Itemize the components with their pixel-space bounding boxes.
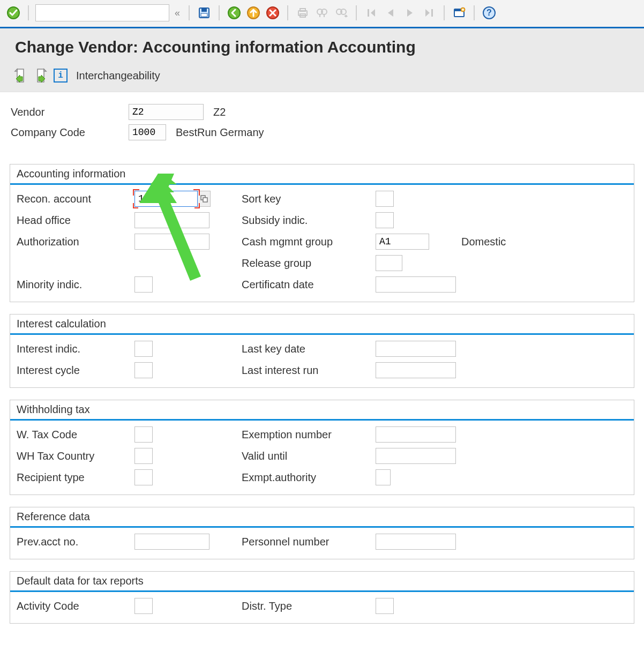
interest-indic-field[interactable] — [134, 341, 153, 357]
interest-indic-label: Interest indic. — [17, 343, 134, 355]
release-group-label: Release group — [242, 257, 376, 269]
interest-cycle-field[interactable] — [134, 362, 153, 378]
interchangeability-button[interactable]: Interchangeability — [76, 70, 160, 82]
enter-icon[interactable] — [5, 5, 21, 21]
certificatn-date-label: Certificatn date — [242, 279, 376, 291]
vendor-label: Vendor — [11, 106, 129, 118]
prev-acct-no-field[interactable] — [134, 534, 209, 550]
command-input[interactable] — [35, 4, 169, 21]
last-interest-run-label: Last interest run — [242, 364, 376, 377]
svg-rect-8 — [300, 9, 305, 11]
cash-mgmnt-group-field[interactable] — [376, 234, 429, 250]
save-icon[interactable] — [196, 5, 212, 21]
last-interest-run-field[interactable] — [376, 362, 456, 378]
application-toolbar: i Interchangeability — [0, 64, 644, 92]
minority-indic-field[interactable] — [134, 276, 153, 293]
sort-key-field[interactable] — [376, 191, 394, 207]
personnel-number-label: Personnel number — [242, 536, 376, 548]
authorization-label: Authorization — [17, 236, 134, 248]
w-tax-code-label: W. Tax Code — [17, 429, 134, 441]
vendor-field — [129, 104, 204, 120]
exemption-number-field[interactable] — [376, 426, 456, 443]
separator — [444, 5, 445, 20]
w-tax-code-field[interactable] — [134, 426, 153, 443]
section-default-tax-reports: Default data for tax reports Activity Co… — [10, 571, 634, 624]
section-title: Default data for tax reports — [10, 572, 634, 592]
wh-tax-country-label: WH Tax Country — [17, 450, 134, 462]
section-interest-calculation: Interest calculation Interest indic. Las… — [10, 314, 634, 388]
svg-point-4 — [228, 7, 240, 19]
separator — [28, 5, 29, 20]
svg-rect-3 — [201, 13, 207, 17]
personnel-number-field[interactable] — [376, 534, 456, 550]
svg-text:?: ? — [486, 8, 492, 17]
last-page-icon — [421, 5, 437, 21]
release-group-field[interactable] — [376, 255, 402, 271]
section-title: Reference data — [10, 507, 634, 528]
authorization-field[interactable] — [134, 234, 209, 250]
wh-tax-country-field[interactable] — [134, 448, 153, 464]
prev-screen-icon[interactable] — [13, 68, 28, 83]
activity-code-label: Activity Code — [17, 600, 134, 612]
next-screen-icon[interactable] — [33, 68, 48, 83]
prev-page-icon — [383, 5, 399, 21]
interest-cycle-label: Interest cycle — [17, 364, 134, 377]
separator — [189, 5, 190, 20]
subsidy-indic-label: Subsidy indic. — [242, 214, 376, 227]
new-session-icon[interactable] — [451, 5, 467, 21]
vendor-text: Z2 — [213, 106, 226, 118]
separator — [474, 5, 475, 20]
exmpt-authority-label: Exmpt.authority — [242, 471, 376, 484]
header-key-fields: Vendor Z2 Company Code BestRun Germany — [0, 92, 644, 147]
distr-type-label: Distr. Type — [242, 600, 376, 612]
next-page-icon — [402, 5, 418, 21]
minority-indic-label: Minority indic. — [17, 279, 134, 291]
last-key-date-label: Last key date — [242, 343, 376, 355]
cancel-icon[interactable] — [265, 5, 281, 21]
cash-mgmnt-group-label: Cash mgmnt group — [242, 236, 376, 248]
exmpt-authority-field[interactable] — [376, 469, 391, 485]
first-page-icon — [363, 5, 379, 21]
section-accounting-information: Accounting information Recon. account So… — [10, 164, 634, 302]
head-office-field[interactable] — [134, 212, 209, 228]
prev-acct-no-label: Prev.acct no. — [17, 536, 134, 548]
section-withholding-tax: Withholding tax W. Tax Code Exemption nu… — [10, 400, 634, 495]
section-title: Interest calculation — [10, 314, 634, 335]
recipient-type-label: Recipient type — [17, 471, 134, 484]
distr-type-field[interactable] — [376, 598, 394, 614]
cash-mgmnt-group-text: Domestic — [461, 236, 506, 248]
company-code-text: BestRun Germany — [176, 126, 264, 139]
svg-rect-2 — [201, 8, 207, 12]
print-icon — [295, 5, 311, 21]
head-office-label: Head office — [17, 214, 134, 227]
activity-code-field[interactable] — [134, 598, 153, 614]
last-key-date-field[interactable] — [376, 341, 456, 357]
recon-account-label: Recon. account — [17, 193, 134, 205]
page-title: Change Vendor: Accounting information Ac… — [15, 38, 633, 56]
section-title: Accounting information — [10, 164, 634, 185]
back-icon[interactable] — [226, 5, 242, 21]
exit-icon[interactable] — [245, 5, 261, 21]
title-bar: Change Vendor: Accounting information Ac… — [0, 28, 644, 64]
history-dropdown-icon[interactable]: « — [173, 8, 182, 19]
find-icon — [314, 5, 330, 21]
help-icon[interactable]: ? — [481, 5, 497, 21]
recipient-type-field[interactable] — [134, 469, 153, 485]
company-code-field — [129, 124, 166, 140]
system-toolbar: « — [0, 0, 644, 28]
recon-account-field[interactable] — [134, 191, 198, 207]
valid-until-label: Valid until — [242, 450, 376, 462]
subsidy-indic-field[interactable] — [376, 212, 394, 228]
find-next-icon — [333, 5, 349, 21]
company-code-label: Company Code — [11, 126, 129, 139]
section-reference-data: Reference data Prev.acct no. Personnel n… — [10, 507, 634, 559]
info-icon[interactable]: i — [54, 69, 68, 83]
exemption-number-label: Exemption number — [242, 429, 376, 441]
section-title: Withholding tax — [10, 400, 634, 421]
certificatn-date-field[interactable] — [376, 276, 456, 293]
valid-until-field[interactable] — [376, 448, 456, 464]
separator — [287, 5, 288, 20]
svg-rect-20 — [203, 198, 207, 202]
separator — [219, 5, 220, 20]
sort-key-label: Sort key — [242, 193, 376, 205]
